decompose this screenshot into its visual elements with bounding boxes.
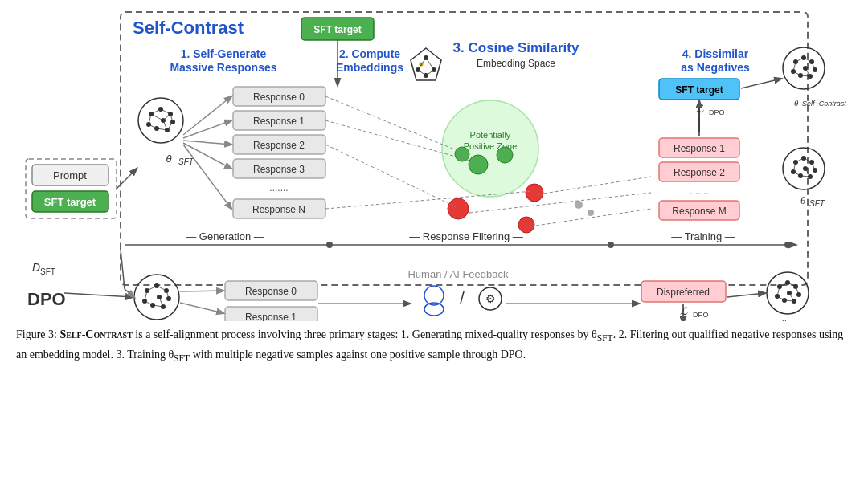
- diagram-svg: Self-Contrast SFT target 1. Self-Generat…: [16, 8, 852, 321]
- svg-rect-143: [32, 165, 108, 185]
- response-2: Response 2: [253, 140, 305, 151]
- response-2-right: Response 2: [674, 167, 725, 178]
- nn-node-right-sft: [783, 148, 825, 189]
- svg-point-8: [168, 112, 173, 116]
- svg-point-114: [424, 286, 444, 305]
- svg-rect-26: [233, 135, 326, 154]
- dpo-label: DPO: [27, 289, 66, 309]
- svg-line-18: [170, 114, 173, 122]
- svg-point-91: [608, 242, 614, 248]
- dsft-label: D: [32, 261, 40, 274]
- svg-rect-1: [301, 18, 374, 40]
- svg-point-56: [783, 47, 825, 89]
- svg-point-123: [777, 284, 782, 289]
- dsft-sub: SFT: [40, 267, 55, 276]
- nn-node-dpo: [134, 275, 179, 320]
- svg-point-64: [803, 66, 808, 71]
- svg-line-30: [183, 120, 231, 138]
- svg-point-5: [138, 98, 183, 143]
- svg-point-149: [424, 55, 428, 60]
- section1-label: 1. Self-Generate: [181, 47, 267, 60]
- svg-point-122: [767, 272, 809, 314]
- svg-line-86: [793, 172, 800, 176]
- svg-line-112: [180, 291, 223, 291]
- svg-point-94: [134, 275, 179, 320]
- svg-line-133: [777, 287, 780, 296]
- svg-line-105: [145, 291, 147, 301]
- svg-point-150: [416, 67, 420, 72]
- svg-point-151: [432, 67, 436, 72]
- svg-line-82: [796, 158, 804, 162]
- svg-rect-55: [659, 201, 739, 220]
- svg-point-59: [809, 59, 814, 64]
- svg-point-60: [791, 69, 796, 74]
- svg-line-69: [793, 71, 800, 75]
- svg-line-134: [796, 287, 799, 295]
- ldpo-top-sub: DPO: [709, 108, 725, 116]
- svg-point-129: [796, 292, 801, 297]
- svg-line-138: [727, 293, 765, 297]
- dpo-response-0: Response 0: [245, 286, 297, 297]
- svg-rect-25: [233, 111, 326, 130]
- svg-point-7: [158, 107, 163, 112]
- ldpo-top: ℒ: [696, 103, 704, 115]
- svg-point-43: [588, 210, 594, 216]
- section2-label: 2. Compute: [339, 47, 400, 60]
- section3-label: 3. Cosine Similarity: [453, 40, 579, 55]
- dpo-response-1: Response 1: [245, 312, 297, 321]
- openai-icon: ⚙: [485, 292, 496, 305]
- caption-text1: is a self-alignment process involving th…: [133, 328, 597, 340]
- svg-line-157: [426, 70, 434, 75]
- svg-line-155: [426, 58, 434, 70]
- svg-point-98: [142, 299, 147, 304]
- svg-text:Embeddings: Embeddings: [336, 61, 403, 74]
- svg-line-104: [157, 286, 166, 291]
- svg-point-79: [808, 174, 813, 179]
- svg-line-31: [183, 141, 231, 145]
- response-n: Response N: [252, 204, 305, 215]
- svg-rect-28: [233, 199, 326, 218]
- svg-line-33: [183, 145, 231, 209]
- theta-sft-right: θ: [800, 194, 806, 206]
- caption-theta-sft2: SFT: [174, 353, 190, 364]
- response-1-right: Response 1: [674, 143, 725, 154]
- svg-point-10: [154, 126, 159, 131]
- svg-line-49: [538, 177, 651, 194]
- self-contrast-title: Self-Contrast: [133, 18, 244, 38]
- response-dots-right: .......: [690, 185, 708, 197]
- svg-text:as Negatives: as Negatives: [681, 61, 750, 74]
- svg-rect-54: [659, 162, 739, 181]
- svg-point-76: [809, 160, 814, 165]
- svg-line-29: [183, 96, 231, 135]
- svg-point-92: [784, 242, 791, 248]
- embedding-space-label: Embedding Space: [477, 58, 555, 69]
- svg-point-61: [798, 73, 803, 78]
- svg-point-73: [783, 148, 825, 189]
- svg-line-71: [800, 75, 810, 76]
- svg-point-130: [787, 291, 792, 295]
- svg-line-72: [741, 79, 781, 88]
- svg-line-67: [793, 62, 796, 71]
- svg-line-135: [777, 296, 784, 300]
- nn-node-top-right: [783, 47, 825, 89]
- theta-sft-main-sub: SFT: [178, 157, 194, 166]
- svg-line-15: [161, 109, 170, 114]
- response-1: Response 1: [253, 116, 305, 127]
- ldpo-bottom-sub: DPO: [693, 311, 709, 319]
- svg-point-95: [145, 288, 149, 293]
- svg-line-137: [784, 300, 794, 301]
- svg-line-140: [125, 289, 134, 297]
- svg-line-66: [804, 58, 812, 62]
- svg-rect-111: [225, 307, 317, 321]
- svg-rect-110: [225, 281, 317, 300]
- response-0: Response 0: [253, 92, 305, 103]
- svg-line-87: [805, 169, 810, 177]
- svg-line-109: [153, 305, 163, 307]
- svg-rect-0: [121, 12, 808, 285]
- svg-line-14: [151, 109, 161, 114]
- theta-self-contrast-sub: Self−Contrast: [802, 100, 846, 108]
- svg-point-57: [793, 59, 798, 64]
- svg-line-22: [167, 122, 173, 130]
- svg-rect-27: [233, 159, 326, 178]
- caption-prefix: Figure 3:: [16, 328, 59, 340]
